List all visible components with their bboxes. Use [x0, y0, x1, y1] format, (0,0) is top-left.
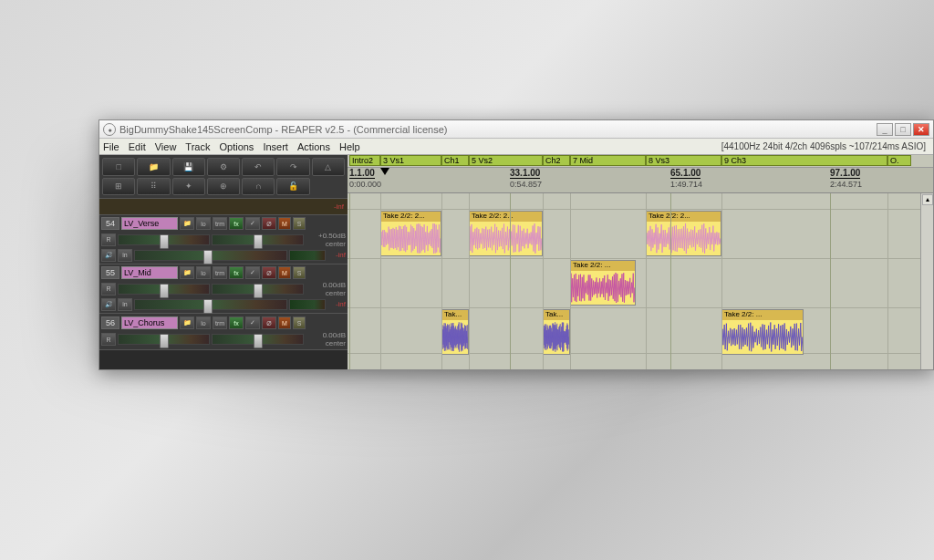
phase-button[interactable]: Ø — [262, 217, 276, 230]
solo-button[interactable]: S — [293, 217, 306, 230]
track-name[interactable]: LV_Chorus — [121, 316, 178, 329]
timeline-ruler[interactable]: 1.1.000:00.00033.1.000:54.85765.1.001:49… — [348, 168, 933, 193]
trim-button[interactable]: trm — [213, 316, 227, 329]
media-item[interactable]: Tak... — [441, 309, 469, 355]
lock-icon[interactable]: ⊕ — [207, 178, 240, 196]
menu-file[interactable]: File — [103, 141, 119, 152]
mute-button[interactable]: M — [278, 316, 291, 329]
trim-button[interactable]: trm — [213, 217, 227, 230]
media-item[interactable]: Take 2/2: 2... — [380, 211, 441, 256]
media-item[interactable]: Take 2/2: 2... — [469, 211, 543, 256]
lane-55: Take 2/2: ... — [348, 259, 920, 308]
solo-button[interactable]: S — [293, 266, 306, 279]
record-button[interactable]: R — [101, 333, 116, 346]
ruler-time: 2:44.571 — [830, 180, 862, 189]
maximize-button[interactable]: □ — [895, 123, 911, 136]
scroll-up-icon[interactable]: ▴ — [922, 194, 933, 205]
menu-options[interactable]: Options — [219, 141, 254, 152]
track-56[interactable]: 56 LV_Chorus 📁 io trm fx ✓ Ø M S R 0.00d… — [99, 314, 348, 350]
playhead-cursor-icon[interactable] — [380, 168, 389, 175]
menu-actions[interactable]: Actions — [297, 141, 330, 152]
redo-icon[interactable]: ↷ — [276, 158, 309, 176]
input-fader[interactable] — [134, 250, 287, 261]
pan-fader[interactable] — [212, 234, 304, 245]
region-marker[interactable]: 7 Mid — [570, 155, 646, 166]
region-marker[interactable]: 8 Vs3 — [646, 155, 721, 166]
media-item[interactable]: Tak... — [543, 309, 570, 355]
region-marker[interactable]: Ch2 — [543, 155, 570, 166]
menu-edit[interactable]: Edit — [129, 141, 146, 152]
undo-icon[interactable]: ↶ — [242, 158, 275, 176]
solo-button[interactable]: S — [293, 316, 306, 329]
menu-track[interactable]: Track — [185, 141, 210, 152]
phase-button[interactable]: Ø — [262, 266, 276, 279]
phase-button[interactable]: Ø — [262, 316, 276, 329]
media-item[interactable]: Take 2/2: ... — [570, 260, 636, 306]
menubar: File Edit View Track Options Insert Acti… — [99, 139, 933, 155]
points-icon[interactable]: ⠿ — [137, 178, 170, 196]
fx-button[interactable]: fx — [229, 266, 244, 279]
track-name[interactable]: LV_Mid — [121, 266, 178, 279]
region-marker[interactable]: 9 Ch3 — [721, 155, 887, 166]
unlock-icon[interactable]: 🔓 — [276, 178, 309, 196]
track-54[interactable]: 54 LV_Verse 📁 io trm fx ✓ Ø M S R +0.50d… — [99, 215, 348, 264]
volume-fader[interactable] — [118, 284, 210, 295]
close-button[interactable]: ✕ — [913, 123, 929, 136]
io-button[interactable]: io — [196, 266, 211, 279]
media-item[interactable]: Take 2/2: ... — [721, 309, 804, 355]
region-marker[interactable]: 5 Vs2 — [469, 155, 543, 166]
fx-button[interactable]: fx — [229, 217, 244, 230]
settings-icon[interactable]: ⚙ — [207, 158, 240, 176]
bypass-button[interactable]: ✓ — [245, 217, 260, 230]
folder-icon[interactable]: 📁 — [180, 217, 194, 230]
input-fader[interactable] — [134, 299, 287, 310]
monitor-button[interactable]: 🔊 — [101, 249, 116, 262]
region-marker[interactable]: O. — [887, 155, 911, 166]
bypass-button[interactable]: ✓ — [245, 316, 260, 329]
track-55[interactable]: 55 LV_Mid 📁 io trm fx ✓ Ø M S R 0.00dB c… — [99, 264, 348, 314]
folder-icon[interactable]: 📁 — [180, 266, 194, 279]
ruler-bar: 97.1.00 — [830, 168, 860, 179]
volume-fader[interactable] — [118, 234, 210, 245]
trim-button[interactable]: trm — [213, 266, 227, 279]
io-button[interactable]: io — [196, 316, 211, 329]
region-marker[interactable]: 3 Vs1 — [380, 155, 441, 166]
open-project-icon[interactable]: 📁 — [137, 158, 170, 176]
fx-button[interactable]: fx — [229, 316, 244, 329]
record-button[interactable]: R — [101, 233, 116, 246]
io-button[interactable]: io — [196, 217, 211, 230]
metronome-icon[interactable]: △ — [312, 158, 345, 176]
ruler-bar: 33.1.00 — [510, 168, 540, 179]
grid-icon[interactable]: ⊞ — [102, 178, 135, 196]
save-project-icon[interactable]: 💾 — [172, 158, 205, 176]
input-button[interactable]: in — [118, 249, 132, 262]
input-button[interactable]: in — [118, 298, 132, 311]
snap-icon[interactable]: ✦ — [172, 178, 205, 196]
pan-fader[interactable] — [212, 334, 304, 345]
magnet-icon[interactable]: ∩ — [242, 178, 275, 196]
track-name[interactable]: LV_Verse — [121, 217, 178, 230]
mute-button[interactable]: M — [278, 266, 291, 279]
menu-help[interactable]: Help — [339, 141, 360, 152]
waveform — [442, 320, 468, 354]
mute-button[interactable]: M — [278, 217, 291, 230]
volume-fader[interactable] — [118, 334, 210, 345]
media-item[interactable]: Take 2/2: 2... — [646, 211, 721, 256]
bypass-button[interactable]: ✓ — [245, 266, 260, 279]
track-lanes[interactable]: Take 2/2: 2...Take 2/2: 2...Take 2/2: 2.… — [348, 193, 933, 369]
record-button[interactable]: R — [101, 283, 116, 296]
arrange-view[interactable]: Intro23 Vs1Ch15 Vs2Ch27 Mid8 Vs39 Ch3O. … — [348, 155, 933, 369]
minimize-button[interactable]: _ — [877, 123, 893, 136]
monitor-button[interactable]: 🔊 — [101, 298, 116, 311]
titlebar[interactable]: ⬥ BigDummyShake145ScreenComp - REAPER v2… — [99, 120, 933, 139]
marker-lane[interactable]: Intro23 Vs1Ch15 Vs2Ch27 Mid8 Vs39 Ch3O. — [348, 155, 933, 168]
pan-fader[interactable] — [212, 284, 304, 295]
vertical-scrollbar[interactable]: ▴ — [920, 193, 933, 369]
menu-view[interactable]: View — [155, 141, 177, 152]
menu-insert[interactable]: Insert — [263, 141, 288, 152]
new-project-icon[interactable]: □ — [102, 158, 135, 176]
region-marker[interactable]: Intro2 — [349, 155, 380, 166]
app-icon: ⬥ — [103, 123, 116, 136]
folder-icon[interactable]: 📁 — [180, 316, 194, 329]
region-marker[interactable]: Ch1 — [441, 155, 469, 166]
